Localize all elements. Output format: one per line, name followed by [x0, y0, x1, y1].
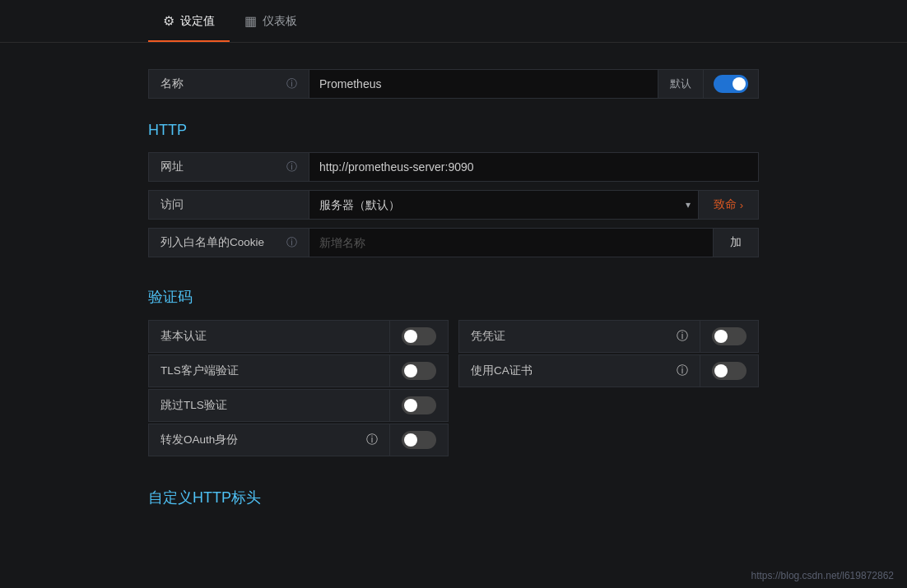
access-select[interactable]: 服务器（默认） 浏览器	[309, 190, 699, 220]
name-info-icon[interactable]: ⓘ	[286, 76, 297, 91]
url-info-icon[interactable]: ⓘ	[286, 160, 297, 174]
cookie-info-icon[interactable]: ⓘ	[286, 235, 297, 250]
fatal-arrow-icon: ›	[740, 199, 743, 211]
auth-heading: 验证码	[148, 287, 759, 307]
default-toggle-wrap	[704, 69, 759, 99]
auth-ca-cert-toggle-wrap	[700, 354, 759, 387]
auth-oauth-toggle[interactable]	[402, 431, 436, 449]
main-content: 名称 ⓘ 默认 HTTP 网址 ⓘ 访问	[0, 43, 907, 540]
ca-cert-info-icon[interactable]: ⓘ	[677, 363, 688, 378]
fatal-label: 致命	[714, 197, 737, 212]
dashboard-icon: ▦	[244, 13, 257, 29]
auth-credentials-row: 凭凭证 ⓘ	[458, 320, 759, 353]
default-toggle[interactable]	[714, 75, 748, 93]
url-row: 网址 ⓘ	[148, 152, 759, 182]
access-select-wrapper: 服务器（默认） 浏览器 ▾	[309, 190, 699, 220]
auth-oauth-row: 转发OAuth身份 ⓘ	[148, 424, 449, 456]
bottom-url-bar: https://blog.csdn.net/l619872862	[751, 570, 894, 581]
oauth-info-icon[interactable]: ⓘ	[366, 433, 378, 447]
custom-http-heading: 自定义HTTP标头	[148, 488, 759, 507]
top-nav: ⚙ 设定值 ▦ 仪表板	[0, 0, 907, 43]
auth-right-col: 凭凭证 ⓘ 使用CA证书 ⓘ	[458, 320, 759, 458]
auth-credentials-toggle-slider	[712, 327, 747, 345]
auth-basic-toggle-wrap	[390, 320, 449, 353]
add-cookie-button[interactable]: 加	[714, 228, 759, 257]
fatal-link[interactable]: 致命 ›	[699, 190, 759, 220]
auth-basic-toggle[interactable]	[402, 327, 436, 345]
auth-credentials-toggle-wrap	[700, 320, 759, 353]
auth-left-col: 基本认证 TLS客户端验证	[148, 320, 449, 458]
tab-settings-label: 设定值	[180, 14, 215, 29]
url-input[interactable]	[309, 152, 759, 182]
cookie-label: 列入白名单的Cookie ⓘ	[148, 228, 309, 257]
auth-credentials-toggle[interactable]	[712, 327, 747, 345]
default-label: 默认	[658, 69, 704, 99]
tab-dashboard-label: 仪表板	[263, 14, 297, 29]
auth-tls-toggle[interactable]	[402, 362, 436, 380]
auth-skip-tls-toggle[interactable]	[402, 396, 436, 414]
http-fields: 网址 ⓘ 访问 服务器（默认） 浏览器 ▾ 致命 ›	[148, 152, 759, 264]
tab-dashboard[interactable]: ▦ 仪表板	[230, 0, 312, 42]
access-label: 访问	[148, 190, 309, 220]
auth-basic-label: 基本认证	[148, 320, 390, 353]
auth-skip-tls-toggle-slider	[402, 396, 436, 414]
http-heading: HTTP	[148, 122, 759, 139]
auth-skip-tls-label: 跳过TLS验证	[148, 389, 390, 422]
auth-oauth-toggle-slider	[402, 431, 436, 449]
url-label: 网址 ⓘ	[148, 152, 309, 182]
auth-oauth-toggle-wrap	[390, 424, 449, 456]
settings-icon: ⚙	[163, 13, 174, 29]
credentials-info-icon[interactable]: ⓘ	[677, 329, 688, 344]
cookie-row: 列入白名单的Cookie ⓘ 加	[148, 228, 759, 257]
auth-ca-cert-toggle[interactable]	[712, 362, 747, 380]
tab-settings[interactable]: ⚙ 设定值	[148, 0, 230, 42]
auth-oauth-label: 转发OAuth身份 ⓘ	[148, 424, 390, 456]
auth-basic-toggle-slider	[402, 327, 436, 345]
name-label: 名称 ⓘ	[148, 69, 309, 99]
auth-credentials-label: 凭凭证 ⓘ	[458, 320, 700, 353]
default-toggle-slider	[714, 75, 748, 93]
auth-tls-label: TLS客户端验证	[148, 354, 390, 387]
auth-tls-row: TLS客户端验证	[148, 354, 449, 387]
auth-tls-toggle-wrap	[390, 354, 449, 387]
auth-ca-cert-label: 使用CA证书 ⓘ	[458, 354, 700, 387]
auth-skip-tls-toggle-wrap	[390, 389, 449, 422]
auth-ca-cert-row: 使用CA证书 ⓘ	[458, 354, 759, 387]
access-row: 访问 服务器（默认） 浏览器 ▾ 致命 ›	[148, 190, 759, 220]
auth-basic-row: 基本认证	[148, 320, 449, 353]
auth-tls-toggle-slider	[402, 362, 436, 380]
auth-grid: 基本认证 TLS客户端验证	[148, 320, 759, 458]
name-input[interactable]	[309, 69, 658, 99]
auth-ca-cert-toggle-slider	[712, 362, 747, 380]
auth-skip-tls-row: 跳过TLS验证	[148, 389, 449, 422]
name-row: 名称 ⓘ 默认	[148, 69, 759, 99]
cookie-input[interactable]	[309, 228, 714, 257]
